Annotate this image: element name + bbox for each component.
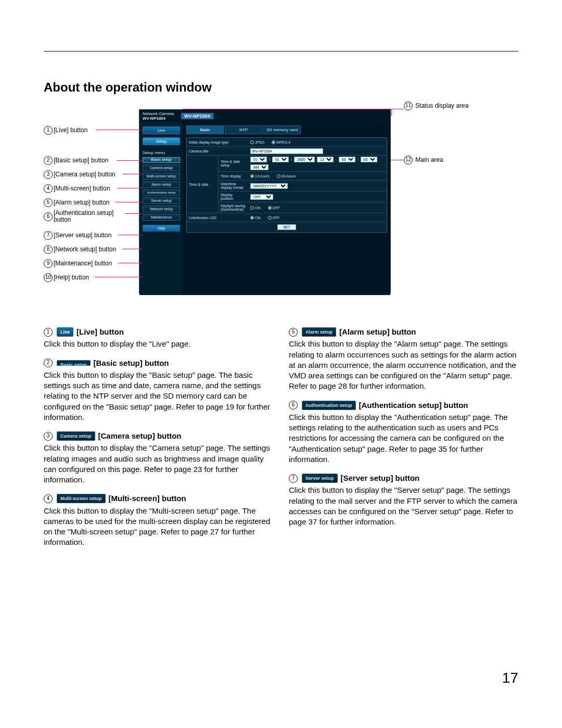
callout-label: [Alarm setup] button [54, 199, 109, 206]
page-number: 17 [502, 670, 518, 686]
callout-bullet: 6 [44, 212, 53, 221]
callout-bullet: 3 [44, 170, 53, 179]
callout-label: [Camera setup] button [54, 171, 116, 178]
callout-bullet: 9 [44, 259, 53, 268]
sel-date-format[interactable]: MM/DD/YYYY [250, 183, 288, 189]
item-bullet: 4 [44, 494, 53, 503]
camera-title-input[interactable] [250, 148, 323, 154]
item-chip: Authentication setup [302, 401, 356, 410]
sel-hour[interactable]: 12 [317, 157, 334, 162]
callout-label: [Authentication setup] button [54, 210, 116, 223]
radio-led-on[interactable]: ON [250, 216, 261, 220]
description-item: 5Alarm setup[Alarm setup] buttonClick th… [289, 327, 518, 392]
item-bullet: 7 [289, 474, 298, 483]
description-item: 1Live[Live] buttonClick this button to d… [44, 327, 273, 350]
description-item: 7Server setup[Server setup] buttonClick … [289, 473, 518, 527]
basic-setup-button[interactable]: Basic setup [143, 157, 180, 163]
radio-24h[interactable]: 24-hours [277, 174, 296, 178]
sel-day[interactable]: 01 [272, 157, 289, 162]
sel-sec[interactable]: 00 [361, 157, 377, 162]
network-setup-button[interactable]: Network setup [143, 206, 180, 212]
item-bullet: 1 [44, 328, 53, 337]
tab-sd[interactable]: SD memory card [263, 125, 301, 134]
item-chip: Server setup [302, 474, 338, 483]
settings-form: Initial display image type JPEG MPEG-4 C… [186, 137, 387, 233]
multiscreen-setup-button[interactable]: Multi-screen setup [143, 173, 180, 180]
callout-label: [Help] button [54, 274, 89, 281]
alarm-setup-button[interactable]: Alarm setup [143, 181, 180, 188]
tabs: Basic NTP SD memory card [186, 125, 387, 134]
item-body: Click this button to display the "Server… [289, 485, 518, 527]
camera-setup-button[interactable]: Camera setup [143, 164, 180, 171]
callout-label: Status display area [415, 102, 468, 109]
item-body: Click this button to display the "Camera… [44, 443, 273, 485]
callout-label: [Multi-screen] button [54, 185, 110, 192]
page-title: About the operation window [44, 80, 212, 95]
tab-basic[interactable]: Basic [186, 125, 224, 134]
help-button[interactable]: Help [143, 225, 180, 232]
description-item: 3Camera setup[Camera setup] buttonClick … [44, 431, 273, 485]
label-image-type: Initial display image type [187, 138, 248, 146]
item-body: Click this button to display the "Alarm … [289, 339, 518, 391]
item-chip: Camera setup [57, 431, 95, 441]
callout-label: Main area [415, 156, 443, 163]
figure: 11 Status display area 12 Main area Netw… [44, 104, 518, 302]
item-title: [Camera setup] button [98, 431, 182, 441]
label-time-group: Time & date [187, 156, 218, 213]
callout-bullet: 12 [404, 156, 413, 164]
label-td-setup: Time & date setup [218, 156, 248, 171]
item-title: [Server setup] button [341, 473, 420, 483]
item-bullet: 6 [289, 401, 298, 410]
sel-year[interactable]: 2005 [294, 157, 315, 162]
live-button[interactable]: Live [143, 126, 180, 134]
radio-12h[interactable]: 12-hours [250, 174, 270, 178]
item-chip: Multi-screen setup [57, 494, 106, 503]
item-body: Click this button to display the "Live" … [44, 339, 273, 349]
sel-ampm[interactable]: AM [250, 164, 269, 170]
callout-bullet: 8 [44, 245, 53, 254]
callout-bullet: 4 [44, 184, 53, 193]
label-date-format: Date/time display format [218, 181, 248, 191]
label-disp-pos: Display position [218, 191, 248, 202]
item-title: [Basic setup] button [94, 358, 169, 368]
radio-led-off[interactable]: OFF [268, 216, 280, 220]
item-body: Click this button to display the "Multi-… [44, 506, 273, 548]
callout-12: 12 Main area [404, 156, 443, 164]
radio-mpeg4[interactable]: MPEG-4 [272, 141, 290, 144]
setup-button[interactable]: Setup [143, 137, 180, 145]
radio-jpeg[interactable]: JPEG [250, 141, 264, 144]
horizontal-rule [44, 51, 518, 52]
item-title: [Alarm setup] button [339, 327, 416, 337]
tab-ntp[interactable]: NTP [225, 125, 262, 134]
maintenance-button[interactable]: Maintenance [143, 214, 180, 221]
sel-month[interactable]: 01 [250, 157, 267, 162]
item-title: [Live] button [76, 327, 124, 337]
callout-label: [Live] button [54, 126, 87, 134]
item-bullet: 3 [44, 432, 53, 441]
callout-bullet: 1 [44, 126, 53, 135]
left-column: 1Live[Live] buttonClick this button to d… [44, 327, 273, 556]
radio-dst-on[interactable]: ON [250, 206, 261, 210]
item-chip: Basic setup [57, 360, 91, 366]
radio-dst-off[interactable]: OFF [268, 206, 280, 210]
server-setup-button[interactable]: Server setup [143, 197, 180, 204]
item-chip: Alarm setup [302, 327, 336, 337]
authentication-setup-button[interactable]: Authentication setup [143, 189, 180, 196]
item-title: [Multi-screen] button [109, 493, 186, 504]
callout-bullet: 11 [404, 101, 413, 110]
callout-label: [Maintenance] button [54, 260, 112, 267]
callout-bullet: 5 [44, 198, 53, 207]
callout-label: [Network setup] button [54, 246, 116, 253]
leader-line-12 [390, 160, 403, 161]
page: About the operation window 11 Status dis… [0, 0, 562, 728]
description-item: 2Basic setup[Basic setup] buttonClick th… [44, 358, 273, 423]
ui-window: Network Camera WV-NP1004 WV-NP1004 Live … [139, 109, 391, 293]
brand-text: Network Camera WV-NP1004 [143, 111, 174, 121]
callout-bullet: 10 [44, 273, 53, 282]
ui-window-header: Network Camera WV-NP1004 WV-NP1004 [139, 110, 390, 122]
callout-bullet: 7 [44, 231, 53, 240]
sel-min[interactable]: 00 [339, 157, 355, 162]
description-item: 6Authentication setup[Authentication set… [289, 400, 518, 465]
set-button[interactable]: SET [277, 224, 296, 230]
sel-disp-pos[interactable]: OFF [250, 194, 273, 200]
